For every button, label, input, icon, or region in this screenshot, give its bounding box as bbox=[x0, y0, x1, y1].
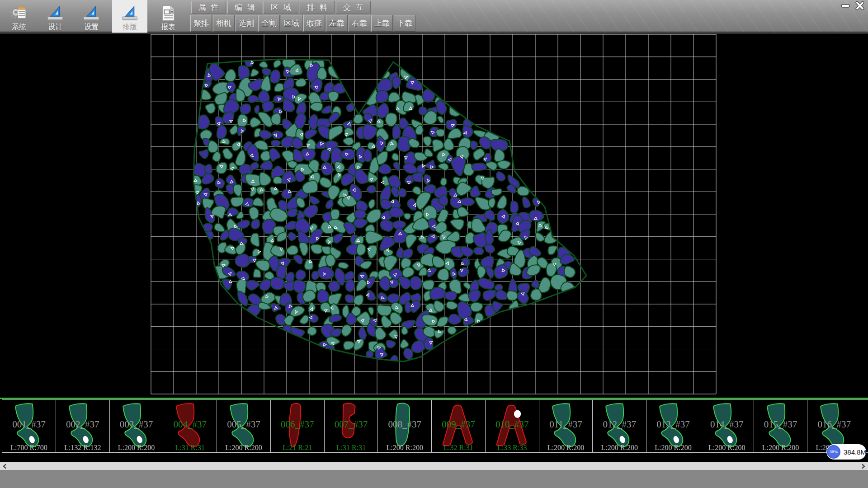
thumbnail-id-label: 003_#37 bbox=[110, 420, 163, 429]
tool-snap-top[interactable]: 上靠 bbox=[371, 15, 393, 32]
app-window: 系统 设计 设置 bbox=[0, 0, 868, 488]
thumbnail-id-label: 005_#37 bbox=[217, 420, 270, 429]
tool-region[interactable]: 区域 bbox=[281, 15, 302, 32]
main-toolbar: 系统 设计 设置 bbox=[0, 0, 868, 33]
menu-region[interactable]: 区域 bbox=[264, 1, 298, 14]
settings-button[interactable]: 设置 bbox=[76, 0, 107, 33]
thumbnail-lr-label: L:200 R:200 bbox=[378, 443, 431, 452]
thumbnail-lr-label: L:200 R:200 bbox=[700, 443, 754, 452]
tool-camera[interactable]: 相机 bbox=[213, 15, 235, 32]
scroll-left-button[interactable] bbox=[0, 462, 10, 470]
thumbnail-lr-label: L:31 R:31 bbox=[325, 443, 378, 452]
filmstrip-accent-line bbox=[0, 398, 868, 399]
progress-percent-circle: 38% bbox=[827, 445, 840, 459]
thumbnail-cell-013_#37[interactable]: 013_#37L:200 R:200 bbox=[646, 399, 700, 453]
thumbnail-id-label: 015_#37 bbox=[754, 420, 807, 429]
tool-snap-bottom[interactable]: 下靠 bbox=[394, 15, 415, 32]
bottom-statusbar bbox=[0, 470, 868, 488]
chevron-right-icon bbox=[860, 464, 866, 469]
close-button[interactable] bbox=[853, 0, 867, 11]
filmstrip: 001_#37L:700 R:700002_#37L:132 R:132003_… bbox=[0, 397, 868, 453]
thumbnail-cell-011_#37[interactable]: 011_#37L:200 R:200 bbox=[539, 399, 593, 453]
thumbnail-lr-label: L:21 R:21 bbox=[271, 443, 324, 452]
thumbnail-cell-010_#37[interactable]: 010_#37L:33 R:33 bbox=[485, 399, 539, 453]
system-label: 系统 bbox=[12, 23, 26, 31]
minimize-button[interactable] bbox=[838, 0, 853, 11]
horizontal-scrollbar[interactable] bbox=[0, 462, 868, 470]
menu-row: 属性 编辑 区域 排料 交互 bbox=[191, 1, 371, 14]
thumbnail-cell-006_#37[interactable]: 006_#37L:21 R:21 bbox=[270, 399, 325, 453]
report-label: 报表 bbox=[161, 23, 175, 31]
menu-edit[interactable]: 编辑 bbox=[227, 1, 262, 14]
tool-select-cut[interactable]: 选割 bbox=[236, 15, 257, 32]
tool-snap-right[interactable]: 右靠 bbox=[349, 15, 370, 32]
thumbnail-cell-012_#37[interactable]: 012_#37L:200 R:200 bbox=[592, 399, 646, 453]
thumbnail-lr-label: L:32 R:31 bbox=[432, 443, 485, 452]
thumbnail-cell-009_#37[interactable]: 009_#37L:32 R:31 bbox=[431, 399, 486, 453]
thumbnail-id-label: 014_#37 bbox=[700, 420, 754, 429]
thumbnail-lr-label: L:700 R:700 bbox=[2, 443, 56, 452]
design-button[interactable]: 设计 bbox=[40, 0, 71, 33]
tool-cluster-nest[interactable]: 聚排 bbox=[190, 15, 212, 32]
thumbnail-lr-label: L:200 R:200 bbox=[539, 443, 593, 452]
thumbnail-lr-label: L:132 R:132 bbox=[56, 443, 109, 452]
piece-thumbnail-shape bbox=[866, 400, 868, 452]
thumbnail-cell-002_#37[interactable]: 002_#37L:132 R:132 bbox=[56, 399, 110, 453]
thumbnail-cell-003_#37[interactable]: 003_#37L:200 R:200 bbox=[109, 399, 164, 453]
thumbnail-id-label: 006_#37 bbox=[271, 420, 324, 429]
menu-nesting[interactable]: 排料 bbox=[300, 1, 335, 14]
thumbnail-id-label: 010_#37 bbox=[486, 420, 539, 429]
thumbnail-id-label: 007_#37 bbox=[325, 420, 378, 429]
thumbnail-id-label: 002_#37 bbox=[56, 420, 109, 429]
thumbnail-id-label: 004_#37 bbox=[163, 420, 217, 429]
set-square-icon bbox=[46, 4, 65, 23]
thumbnail-id-label: 008_#37 bbox=[378, 420, 431, 429]
close-icon bbox=[853, 0, 867, 11]
toolbar-decor-streaks bbox=[420, 0, 868, 33]
tool-row: 聚排 相机 选割 全割 区域 瑕疵 左靠 右靠 上靠 下靠 bbox=[190, 15, 415, 32]
chevron-left-icon bbox=[2, 464, 8, 469]
window-controls bbox=[838, 0, 867, 11]
layout-label: 排版 bbox=[123, 23, 137, 31]
thumbnail-lr-label: L:33 R:33 bbox=[486, 443, 539, 452]
system-button[interactable]: 系统 bbox=[4, 0, 34, 33]
menu-interact[interactable]: 交互 bbox=[336, 1, 371, 14]
thumbnail-id-label: 013_#37 bbox=[646, 420, 700, 429]
report-button[interactable]: 报表 bbox=[153, 0, 184, 33]
thumbnail-cell-005_#37[interactable]: 005_#37L:200 R:200 bbox=[217, 399, 271, 453]
thumbnail-lr-label: L:200 R:200 bbox=[754, 443, 807, 452]
filmstrip-lower-gap bbox=[0, 453, 868, 462]
thumbnail-lr-label: L:200 R:200 bbox=[646, 443, 700, 452]
thumbnail-id-label: 011_#37 bbox=[539, 420, 593, 429]
thumbnail-id-label: 016_#37 bbox=[807, 420, 861, 429]
progress-badge[interactable]: 38% 384.8M bbox=[826, 444, 866, 460]
tool-snap-left[interactable]: 左靠 bbox=[326, 15, 348, 32]
tool-defect[interactable]: 瑕疵 bbox=[303, 15, 325, 32]
thumbnail-lr-label: L:200 R:200 bbox=[593, 443, 646, 452]
nesting-canvas[interactable] bbox=[0, 33, 868, 397]
thumbnail-cell-001_#37[interactable]: 001_#37L:700 R:700 bbox=[2, 399, 56, 453]
layout-button-active[interactable]: 排版 bbox=[112, 0, 147, 33]
thumbnail-cell-007_#37[interactable]: 007_#37L:31 R:31 bbox=[324, 399, 378, 453]
nesting-canvas-svg[interactable] bbox=[0, 33, 868, 397]
set-square-icon bbox=[120, 4, 139, 23]
tool-cut-all[interactable]: 全割 bbox=[258, 15, 280, 32]
thumbnail-cell-004_#37[interactable]: 004_#37L:31 R:31 bbox=[163, 399, 217, 453]
thumbnail-lr-label: L:200 R:200 bbox=[217, 443, 270, 452]
thumbnail-id-label: 012_#37 bbox=[593, 420, 646, 429]
system-gear-icon bbox=[9, 4, 28, 23]
thumbnail-lr-label: L:31 R:31 bbox=[163, 443, 217, 452]
toolbar-icon-strip: 系统 设计 设置 bbox=[0, 0, 189, 33]
progress-size-label: 384.8M bbox=[844, 448, 866, 456]
report-doc-icon bbox=[159, 4, 178, 23]
thumbnail-id-label: 009_#37 bbox=[432, 420, 485, 429]
thumbnail-id-label: 001_#37 bbox=[2, 420, 56, 429]
thumbnail-cell-015_#37[interactable]: 015_#37L:200 R:200 bbox=[754, 399, 808, 453]
thumbnail-cell-008_#37[interactable]: 008_#37L:200 R:200 bbox=[377, 399, 432, 453]
thumbnail-cell-014_#37[interactable]: 014_#37L:200 R:200 bbox=[700, 399, 754, 453]
design-label: 设计 bbox=[48, 23, 62, 31]
minimize-icon bbox=[839, 0, 852, 11]
set-square-icon bbox=[82, 4, 101, 23]
menu-properties[interactable]: 属性 bbox=[191, 1, 226, 14]
scroll-right-button[interactable] bbox=[858, 462, 868, 470]
